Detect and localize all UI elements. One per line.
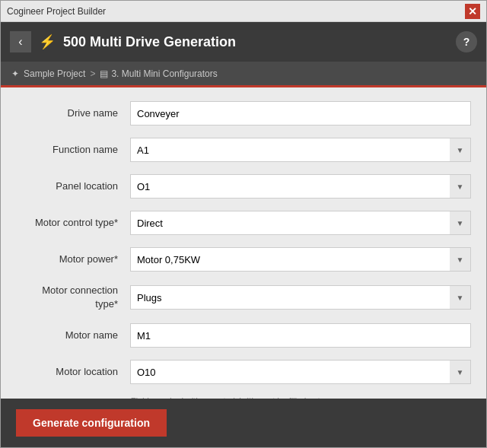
help-button[interactable]: ? <box>456 31 477 52</box>
motor-location-label: Motor location <box>16 366 130 379</box>
breadcrumb-project: Sample Project <box>24 68 85 79</box>
motor-location-row: Motor location O10 ▼ <box>1 354 486 390</box>
breadcrumb-page-icon: ▤ <box>100 68 108 79</box>
motor-control-type-label: Motor control type* <box>16 217 130 230</box>
drive-name-input[interactable] <box>130 101 471 126</box>
breadcrumb-separator: > <box>90 68 95 79</box>
content-area: Drive name Function name A1 ▼ Panel loca… <box>1 87 486 399</box>
header-left: ‹ ⚡ 500 Multi Drive Generation <box>10 31 236 52</box>
motor-connection-type-select-wrapper: Plugs ▼ <box>130 285 471 310</box>
motor-control-type-row: Motor control type* Direct ▼ <box>1 205 486 241</box>
motor-power-select-wrapper: Motor 0,75KW ▼ <box>130 247 471 272</box>
motor-name-label: Motor name <box>16 329 130 342</box>
header-title: 500 Multi Drive Generation <box>63 34 236 50</box>
motor-control-type-select[interactable]: Direct <box>130 211 471 235</box>
function-name-label: Function name <box>16 144 130 157</box>
motor-connection-type-select[interactable]: Plugs <box>130 285 471 310</box>
motor-connection-type-label: Motor connectiontype* <box>16 284 130 311</box>
footnote: Fields marked with an asterisk (*) must … <box>1 390 486 399</box>
window-title: Cogineer Project Builder <box>7 6 106 17</box>
function-name-row: Function name A1 ▼ <box>1 132 486 168</box>
drive-name-label: Drive name <box>16 107 130 120</box>
breadcrumb-page: 3. Multi Mini Configurators <box>111 68 217 79</box>
generate-button[interactable]: Generate configuration <box>16 409 167 437</box>
footnote-text: Fields marked with an asterisk (*) must … <box>130 396 322 399</box>
lightning-icon: ⚡ <box>39 33 56 50</box>
motor-name-input[interactable] <box>130 323 471 348</box>
motor-connection-type-row: Motor connectiontype* Plugs ▼ <box>1 278 486 317</box>
panel-location-select[interactable]: O1 <box>130 174 471 199</box>
function-name-select-wrapper: A1 ▼ <box>130 138 471 162</box>
motor-name-row: Motor name <box>1 317 486 354</box>
motor-power-row: Motor power* Motor 0,75KW ▼ <box>1 241 486 278</box>
footer: Generate configuration <box>1 399 486 447</box>
motor-location-select[interactable]: O10 <box>130 360 471 384</box>
breadcrumb: ✦ Sample Project > ▤ 3. Multi Mini Confi… <box>1 62 486 87</box>
motor-power-label: Motor power* <box>16 253 130 266</box>
title-bar: Cogineer Project Builder ✕ <box>1 1 486 22</box>
motor-control-type-select-wrapper: Direct ▼ <box>130 211 471 235</box>
panel-location-label: Panel location <box>16 180 130 193</box>
drive-name-row: Drive name <box>1 95 486 132</box>
close-button[interactable]: ✕ <box>465 4 480 19</box>
main-window: Cogineer Project Builder ✕ ‹ ⚡ 500 Multi… <box>0 0 487 448</box>
panel-location-select-wrapper: O1 ▼ <box>130 174 471 199</box>
panel-location-row: Panel location O1 ▼ <box>1 168 486 205</box>
breadcrumb-nav-icon: ✦ <box>11 68 19 79</box>
header: ‹ ⚡ 500 Multi Drive Generation ? <box>1 22 486 62</box>
scroll-container[interactable]: Drive name Function name A1 ▼ Panel loca… <box>1 87 486 399</box>
motor-power-select[interactable]: Motor 0,75KW <box>130 247 471 272</box>
motor-location-select-wrapper: O10 ▼ <box>130 360 471 384</box>
back-button[interactable]: ‹ <box>10 31 31 52</box>
function-name-select[interactable]: A1 <box>130 138 471 162</box>
